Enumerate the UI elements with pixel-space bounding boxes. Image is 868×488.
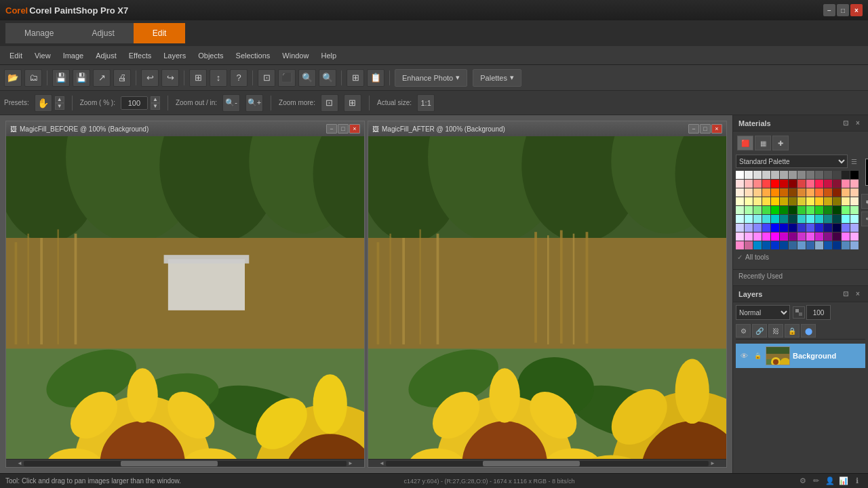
menu-effects[interactable]: Effects [123,49,157,62]
color-swatch-item[interactable] [789,232,797,241]
color-swatch-item[interactable] [850,171,859,179]
color-swatch-item[interactable] [771,197,779,205]
color-swatch-item[interactable] [789,180,797,188]
color-swatch-item[interactable] [850,180,859,188]
color-swatch-item[interactable] [753,197,762,205]
color-swatch-item[interactable] [753,224,762,232]
color-swatch-item[interactable] [833,241,841,249]
color-swatch-item[interactable] [842,232,850,241]
color-swatch-item[interactable] [850,188,859,197]
fit-all[interactable]: ⊞ [344,94,361,112]
mat-tab-gradient[interactable]: ▦ [755,136,771,150]
color-swatch-item[interactable] [806,232,814,241]
layer-settings[interactable]: ⚙ [736,324,751,338]
color-swatch-item[interactable] [745,232,753,241]
color-swatch-item[interactable] [736,241,744,249]
undo-button[interactable]: ↩ [141,69,159,87]
color-swatch-item[interactable] [797,180,806,188]
color-swatch-item[interactable] [771,180,779,188]
color-swatch-item[interactable] [815,206,823,214]
color-swatch-item[interactable] [745,171,753,179]
after-thumb[interactable] [483,461,580,466]
color-swatch-item[interactable] [745,215,753,223]
palettes-button[interactable]: Palettes ▾ [473,69,521,87]
zoom-input[interactable] [121,96,148,110]
zoom-down[interactable]: ▼ [151,103,160,110]
color-swatch-item[interactable] [824,180,832,188]
minimize-button[interactable]: − [823,4,835,16]
before-restore[interactable]: □ [338,124,349,134]
zoom-in-tool[interactable]: 🔍+ [245,94,263,112]
color-swatch-item[interactable] [842,224,850,232]
color-swatch-item[interactable] [842,241,850,249]
materials-close-x[interactable]: × [853,119,863,128]
preset-up[interactable]: ▲ [55,96,64,103]
mode-adjust[interactable]: Adjust [73,23,133,43]
color-swatch-item[interactable] [771,232,779,241]
before-canvas[interactable] [6,136,364,459]
color-swatch-item[interactable] [842,171,850,179]
color-swatch-item[interactable] [789,241,797,249]
status-icon-2[interactable]: ✏ [811,476,822,487]
color-swatch-item[interactable] [833,180,841,188]
color-swatch-item[interactable] [806,215,814,223]
straighten-button[interactable]: ↕ [210,69,227,87]
menu-objects[interactable]: Objects [193,49,229,62]
color-swatch-item[interactable] [833,224,841,232]
color-swatch-item[interactable] [833,206,841,214]
color-swatch-item[interactable] [815,232,823,241]
color-swatch-item[interactable] [797,188,806,197]
mat-tab-color[interactable]: 🟥 [737,136,753,150]
menu-layers[interactable]: Layers [158,49,191,62]
zoom-out-tool[interactable]: 🔍- [222,94,240,112]
color-swatch-item[interactable] [797,224,806,232]
mat-tab-pattern[interactable]: ✚ [772,136,789,150]
color-swatch-item[interactable] [797,241,806,249]
layer-lock[interactable]: 🔒 [785,324,800,338]
color-swatch-item[interactable] [762,171,770,179]
color-swatch-item[interactable] [833,232,841,241]
zoom-in-button[interactable]: 🔍 [319,69,336,87]
color-swatch-item[interactable] [736,215,744,223]
color-swatch-item[interactable] [842,180,850,188]
menu-edit[interactable]: Edit [4,49,28,62]
help-button[interactable]: ? [230,69,248,87]
color-swatch-item[interactable] [806,224,814,232]
color-swatch-item[interactable] [745,197,753,205]
menu-adjust[interactable]: Adjust [90,49,122,62]
fit-window[interactable]: ⊡ [321,94,338,112]
color-swatch-item[interactable] [842,206,850,214]
layers-close-x[interactable]: × [853,289,863,299]
color-swatch-item[interactable] [780,171,788,179]
color-swatch-item[interactable] [850,206,859,214]
color-swatch-item[interactable] [736,232,744,241]
color-swatch-item[interactable] [780,224,788,232]
color-swatch-item[interactable] [806,197,814,205]
color-swatch-item[interactable] [771,241,779,249]
before-scroll-right[interactable]: ► [347,460,355,468]
maximize-button[interactable]: □ [837,4,849,16]
color-swatch-item[interactable] [753,171,762,179]
color-swatch-item[interactable] [762,180,770,188]
paste-button[interactable]: 📋 [367,69,384,87]
layer-vis-toggle[interactable]: 👁 [738,350,749,361]
layer-lock-icon[interactable]: 🔒 [752,350,763,361]
color-swatch-item[interactable] [789,171,797,179]
actual-size-btn[interactable]: 1:1 [417,94,435,112]
layer-badge[interactable]: ⬤ [801,324,816,338]
zoom-spinner[interactable]: ▲ ▼ [151,96,160,110]
layer-chain[interactable]: ⛓ [768,324,783,338]
color-swatch-item[interactable] [842,188,850,197]
color-swatch-item[interactable] [762,232,770,241]
color-swatch-item[interactable] [736,206,744,214]
layer-background[interactable]: 👁 🔒 Background [736,344,865,368]
color-swatch-item[interactable] [824,224,832,232]
save-button[interactable]: 💾 [52,69,70,87]
color-swatch-item[interactable] [780,197,788,205]
color-swatch-item[interactable] [797,232,806,241]
materials-float[interactable]: ⊡ [841,119,850,128]
color-swatch-item[interactable] [833,188,841,197]
open-button[interactable]: 📂 [4,69,22,87]
view-before-button[interactable]: ⊡ [258,69,275,87]
color-swatch-item[interactable] [771,171,779,179]
